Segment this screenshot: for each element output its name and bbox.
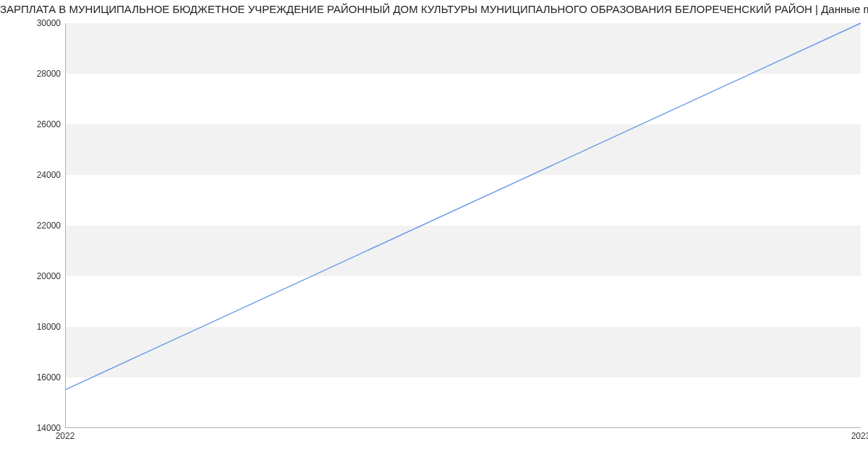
chart-title: ЗАРПЛАТА В МУНИЦИПАЛЬНОЕ БЮДЖЕТНОЕ УЧРЕЖ… <box>0 3 868 15</box>
y-tick-label: 28000 <box>3 69 61 79</box>
x-tick-label: 2023 <box>851 431 868 441</box>
y-tick-label: 18000 <box>3 322 61 332</box>
chart-container: ЗАРПЛАТА В МУНИЦИПАЛЬНОЕ БЮДЖЕТНОЕ УЧРЕЖ… <box>0 0 868 470</box>
line-svg <box>66 23 861 427</box>
y-tick-label: 22000 <box>3 221 61 231</box>
y-tick-label: 16000 <box>3 372 61 383</box>
y-tick-label: 20000 <box>3 271 61 281</box>
y-tick-label: 30000 <box>3 18 61 28</box>
x-tick-label: 2022 <box>56 431 75 441</box>
y-tick-label: 24000 <box>3 170 61 180</box>
series-line <box>66 23 861 390</box>
plot-area <box>65 23 861 428</box>
y-tick-label: 26000 <box>3 119 61 129</box>
y-tick-label: 14000 <box>3 423 61 433</box>
